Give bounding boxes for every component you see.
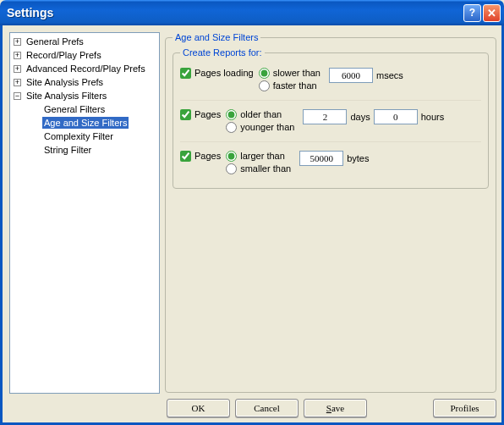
radio-larger-than[interactable]: larger than — [226, 151, 291, 162]
tree-label: Site Analysis Prefs — [25, 76, 105, 88]
input-days[interactable] — [303, 109, 347, 124]
create-reports-group: Create Reports for: Pages loading slower… — [173, 47, 489, 189]
panel-title: Age and Size Filters — [173, 32, 260, 42]
cancel-button[interactable]: Cancel — [235, 399, 299, 417]
expand-icon[interactable]: + — [14, 79, 21, 86]
radio-larger-than-input[interactable] — [226, 151, 237, 162]
ok-button[interactable]: OK — [167, 399, 230, 417]
tree-item-string-filter[interactable]: String Filter — [12, 143, 159, 157]
check-pages-age-label: Pages — [194, 109, 221, 120]
tree-label: General Filters — [42, 103, 107, 115]
radio-slower-than[interactable]: slower than — [259, 68, 320, 79]
titlebar-buttons: ? ✕ — [463, 4, 501, 22]
radio-smaller-than-input[interactable] — [226, 163, 237, 174]
check-pages-size[interactable]: Pages — [180, 151, 221, 162]
body-row: + General Prefs + Record/Play Prefs + Ad… — [9, 32, 496, 394]
radio-smaller-than[interactable]: smaller than — [226, 163, 291, 174]
radio-faster-than[interactable]: faster than — [259, 80, 320, 91]
tree-item-site-analysis-filters[interactable]: − Site Analysis Filters — [12, 89, 159, 102]
radio-slower-than-label: slower than — [273, 68, 320, 79]
check-pages-size-label: Pages — [194, 151, 221, 162]
tree-label: Site Analysis Filters — [25, 90, 108, 102]
tree-label: Age and Size Filters — [42, 117, 129, 129]
settings-window: Settings ? ✕ + General Prefs + Record/Pl… — [0, 0, 504, 425]
row-pages-loading: Pages loading slower than faster than — [180, 63, 481, 97]
tree-label: Advanced Record/Play Prefs — [25, 63, 147, 75]
settings-tree[interactable]: + General Prefs + Record/Play Prefs + Ad… — [9, 32, 160, 394]
age-size-filters-group: Age and Size Filters Create Reports for:… — [165, 32, 496, 393]
tree-item-general-prefs[interactable]: + General Prefs — [12, 35, 159, 48]
radio-younger-than[interactable]: younger than — [226, 122, 294, 133]
help-button[interactable]: ? — [463, 4, 481, 22]
tree-item-advanced-record-play-prefs[interactable]: + Advanced Record/Play Prefs — [12, 62, 159, 75]
window-title: Settings — [7, 6, 463, 19]
radio-older-than[interactable]: older than — [226, 109, 294, 120]
radio-faster-than-input[interactable] — [259, 80, 270, 91]
collapse-icon[interactable]: − — [14, 92, 21, 100]
tree-item-complexity-filter[interactable]: Complexity Filter — [12, 130, 159, 143]
radio-older-than-input[interactable] — [226, 109, 237, 120]
input-bytes[interactable] — [299, 151, 343, 166]
check-pages-loading-label: Pages loading — [194, 68, 254, 79]
unit-msecs: msecs — [376, 68, 403, 83]
check-pages-size-input[interactable] — [180, 151, 191, 162]
buttons-row: OK Cancel Save Profiles — [167, 394, 496, 417]
expand-icon[interactable]: + — [14, 52, 21, 59]
expand-icon[interactable]: + — [14, 38, 21, 46]
tree-label: General Prefs — [25, 36, 85, 47]
profiles-button[interactable]: Profiles — [433, 399, 496, 417]
check-pages-loading-input[interactable] — [180, 68, 191, 79]
check-pages-age[interactable]: Pages — [180, 109, 221, 120]
titlebar: Settings ? ✕ — [0, 0, 504, 25]
row-pages-size: Pages larger than smaller than — [180, 141, 481, 179]
tree-item-site-analysis-prefs[interactable]: + Site Analysis Prefs — [12, 75, 159, 89]
tree-label: String Filter — [42, 144, 93, 156]
save-button[interactable]: Save — [304, 399, 367, 417]
tree-item-record-play-prefs[interactable]: + Record/Play Prefs — [12, 48, 159, 62]
radios-size: larger than smaller than — [226, 151, 291, 174]
radio-slower-than-input[interactable] — [259, 68, 270, 79]
create-reports-legend: Create Reports for: — [180, 47, 265, 58]
radio-smaller-than-label: smaller than — [240, 163, 291, 174]
client-area: + General Prefs + Record/Play Prefs + Ad… — [0, 25, 504, 425]
expand-icon[interactable]: + — [14, 65, 21, 73]
save-post: ave — [331, 403, 344, 413]
tree-item-general-filters[interactable]: General Filters — [12, 102, 159, 116]
radio-younger-than-input[interactable] — [226, 122, 237, 133]
radios-loading: slower than faster than — [259, 68, 320, 91]
check-pages-age-input[interactable] — [180, 109, 191, 120]
check-pages-loading[interactable]: Pages loading — [180, 68, 254, 79]
input-loading-msecs[interactable] — [329, 68, 373, 83]
radios-age: older than younger than — [226, 109, 294, 133]
unit-days: days — [350, 109, 370, 124]
right-pane: Age and Size Filters Create Reports for:… — [165, 32, 496, 394]
unit-hours: hours — [421, 109, 445, 124]
radio-older-than-label: older than — [240, 109, 282, 120]
close-button[interactable]: ✕ — [483, 4, 501, 22]
tree-label: Record/Play Prefs — [25, 49, 103, 61]
row-pages-age: Pages older than younger than — [180, 100, 481, 138]
input-hours[interactable] — [374, 109, 418, 124]
unit-bytes: bytes — [347, 151, 369, 166]
radio-larger-than-label: larger than — [240, 151, 285, 162]
tree-label: Complexity Filter — [42, 130, 115, 142]
tree-item-age-and-size-filters[interactable]: Age and Size Filters — [12, 116, 159, 130]
radio-faster-than-label: faster than — [273, 80, 317, 91]
radio-younger-than-label: younger than — [240, 122, 294, 133]
